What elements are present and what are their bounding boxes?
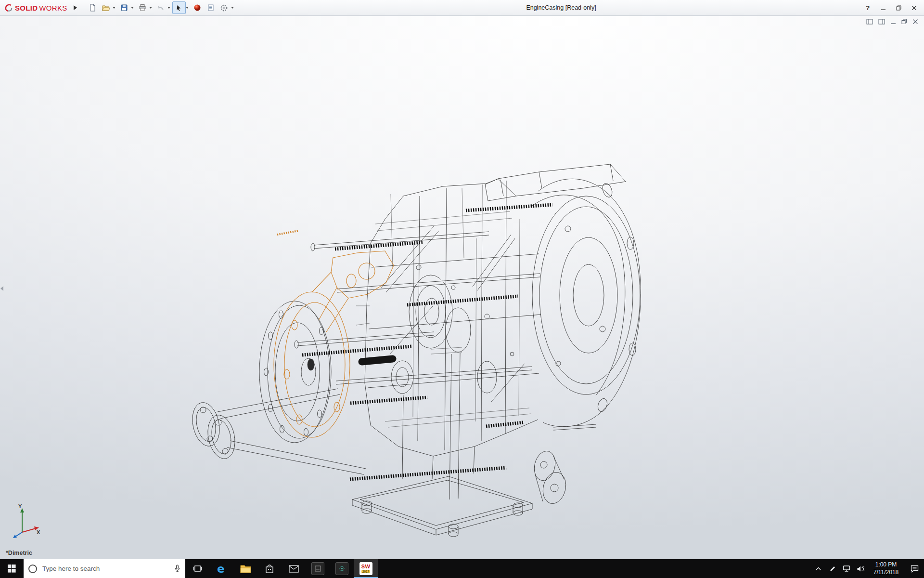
action-center-button[interactable]: [905, 559, 924, 578]
open-dropdown-caret[interactable]: [113, 7, 116, 9]
print-dropdown-caret[interactable]: [149, 7, 152, 9]
solidworks-icon-text: SW: [361, 564, 371, 569]
reference-triad: Y X: [7, 502, 41, 538]
taskbar-clock[interactable]: 1:00 PM 7/11/2018: [867, 559, 905, 578]
view-orientation-label: *Dimetric: [6, 550, 32, 556]
close-button[interactable]: [907, 1, 921, 14]
cortana-icon: [28, 565, 37, 573]
task-view-button[interactable]: [185, 559, 209, 578]
dassault-systemes-icon: [4, 3, 13, 13]
mail-envelope-icon: [289, 565, 299, 573]
properties-list-icon: [207, 4, 215, 12]
document-restore-button[interactable]: [901, 19, 907, 25]
properties-button[interactable]: [204, 1, 218, 14]
save-button[interactable]: [117, 1, 131, 14]
pane-right-icon[interactable]: [878, 19, 885, 25]
network-tray-button[interactable]: [839, 559, 853, 578]
save-floppy-icon: [120, 4, 128, 12]
wireframe-model: [183, 157, 679, 548]
hidden-icons-button[interactable]: [811, 559, 825, 578]
clock-time: 1:00 PM: [867, 561, 905, 569]
help-button[interactable]: ?: [860, 1, 875, 14]
taskbar-icon-dark-app-2[interactable]: [330, 559, 354, 578]
undo-button[interactable]: [154, 1, 167, 14]
save-dropdown-caret[interactable]: [131, 7, 134, 9]
task-view-icon: [193, 565, 202, 573]
flyout-triangle-icon: [73, 5, 77, 10]
document-close-button[interactable]: [912, 19, 918, 25]
volume-icon: [857, 565, 864, 572]
restore-icon: [896, 5, 901, 11]
triad-x-label: X: [37, 529, 40, 535]
render-sphere-button[interactable]: [191, 1, 204, 14]
taskbar-icon-dark-app-1[interactable]: [306, 559, 330, 578]
system-tray: 1:00 PM 7/11/2018: [811, 559, 924, 578]
windows-taskbar: e: [0, 559, 924, 578]
print-icon: [139, 4, 146, 12]
panel-collapse-arrow[interactable]: [0, 285, 5, 292]
desktop-screen: SOLIDWORKS: [0, 0, 924, 578]
open-folder-icon: [102, 4, 110, 12]
pane-left-icon[interactable]: [866, 19, 873, 25]
edge-browser-icon: e: [215, 563, 228, 575]
document-window-controls: [866, 19, 918, 25]
search-input[interactable]: [41, 565, 170, 573]
microphone-icon[interactable]: [174, 565, 180, 573]
graphics-area[interactable]: Y X *Dimetric: [0, 16, 924, 559]
undo-dropdown-caret[interactable]: [167, 7, 170, 9]
chevron-up-icon: [815, 566, 821, 571]
file-explorer-icon: [240, 564, 251, 574]
triad-y-label: Y: [18, 503, 22, 509]
collapse-triangle-icon: [0, 286, 3, 291]
taskbar-icon-mail[interactable]: [282, 559, 306, 578]
undo-arrow-icon: [157, 4, 165, 12]
pen-tray-button[interactable]: [825, 559, 839, 578]
main-toolbar: [86, 1, 236, 14]
brand-solid: SOLID: [15, 4, 38, 12]
document-minimize-button[interactable]: [890, 19, 896, 25]
new-document-icon: [89, 4, 96, 12]
taskbar-icon-store[interactable]: [257, 559, 282, 578]
menu-flyout-arrow[interactable]: [71, 2, 79, 13]
minimize-icon: [881, 5, 886, 11]
new-document-button[interactable]: [86, 1, 99, 14]
select-tool-button[interactable]: [172, 1, 186, 14]
select-cursor-icon: [175, 4, 182, 12]
options-dropdown-caret[interactable]: [231, 7, 234, 9]
document-title: EngineCasing [Read-only]: [526, 0, 596, 16]
taskbar-icon-edge[interactable]: e: [209, 559, 233, 578]
restore-button[interactable]: [891, 1, 906, 14]
solidworks-app-icon: SW 2017: [359, 562, 372, 575]
window-controls: ?: [860, 1, 924, 14]
volume-tray-button[interactable]: [853, 559, 867, 578]
gear-icon: [220, 4, 228, 12]
start-button[interactable]: [0, 559, 24, 578]
solidworks-logo: SOLIDWORKS: [0, 0, 70, 15]
red-sphere-icon: [193, 4, 201, 12]
dark-app-icon-1: [311, 562, 324, 575]
options-button[interactable]: [218, 1, 231, 14]
dark-app-icon-2: [335, 562, 348, 575]
minimize-button[interactable]: [876, 1, 890, 14]
titlebar: SOLIDWORKS: [0, 0, 924, 16]
windows-logo-icon: [8, 565, 16, 573]
close-icon: [911, 5, 917, 11]
taskbar-icon-file-explorer[interactable]: [233, 559, 257, 578]
action-center-icon: [911, 565, 919, 573]
taskbar-search-box[interactable]: [24, 559, 185, 578]
pen-icon: [829, 565, 836, 572]
taskbar-icon-solidworks[interactable]: SW 2017: [354, 559, 378, 578]
brand-works: WORKS: [39, 4, 67, 12]
store-bag-icon: [265, 564, 274, 574]
svg-text:e: e: [217, 563, 225, 575]
network-icon: [843, 565, 850, 572]
solidworks-icon-year: 2017: [361, 570, 370, 574]
open-button[interactable]: [99, 1, 113, 14]
print-button[interactable]: [136, 1, 149, 14]
select-dropdown-caret[interactable]: [186, 7, 189, 9]
clock-date: 7/11/2018: [867, 569, 905, 577]
